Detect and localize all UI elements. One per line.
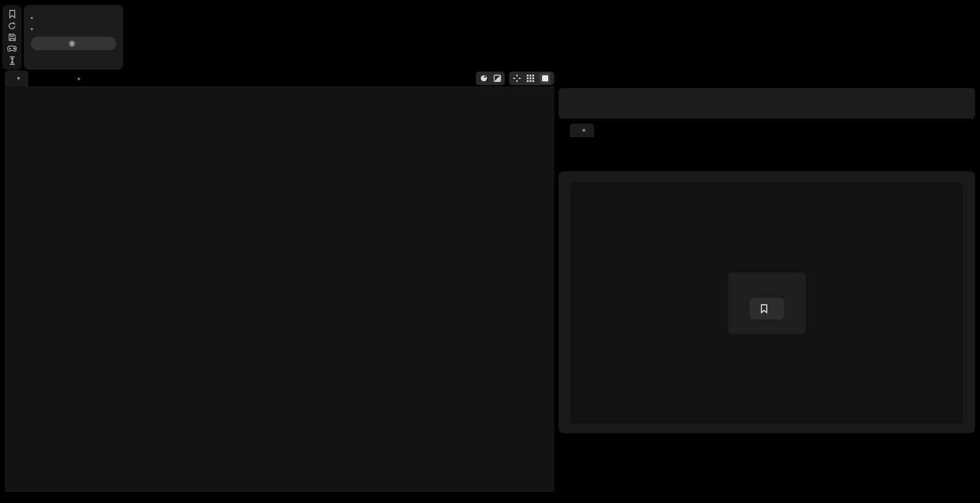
- save-icon[interactable]: [7, 32, 18, 42]
- grid-view-icons: [476, 72, 554, 85]
- app-root: • • ▾ ▾: [0, 0, 980, 503]
- grid-toolbar: ▾ ▾: [0, 70, 554, 86]
- bullet-icon: •: [31, 24, 33, 34]
- contrast-icon[interactable]: [493, 75, 501, 83]
- square-icon[interactable]: [540, 73, 551, 84]
- left-toolbar: [2, 5, 21, 70]
- overview-tab-bar: [570, 73, 975, 88]
- game-info-panel: • •: [24, 5, 123, 70]
- change-settings-button[interactable]: [31, 37, 116, 50]
- bullet-icon: •: [31, 13, 33, 23]
- filters-content: [571, 182, 963, 423]
- analysis-section: [559, 155, 975, 433]
- strategy-ev-tab[interactable]: ▾: [5, 70, 28, 86]
- bookmark-icon: [760, 304, 768, 313]
- stakes-item: •: [31, 13, 116, 23]
- grid-icon[interactable]: [526, 75, 534, 83]
- pot-info: [585, 94, 589, 113]
- gear-icon: [69, 40, 75, 47]
- dot-circle-icon[interactable]: [480, 75, 488, 83]
- filters-body: [559, 171, 975, 433]
- analysis-tab-bar: [570, 155, 975, 171]
- actions-dropdown[interactable]: ▾: [570, 124, 594, 137]
- empty-state: [728, 272, 806, 334]
- reports-flops-dropdown[interactable]: ▾: [78, 74, 81, 83]
- bookmark-icon[interactable]: [7, 9, 18, 19]
- gamepad-icon[interactable]: [7, 44, 18, 54]
- strategy-bar: [559, 141, 975, 147]
- overview-panel: ▾: [559, 73, 975, 433]
- chevron-down-icon: ▾: [78, 76, 81, 82]
- align-center-icon[interactable]: [7, 56, 18, 65]
- chevron-down-icon: ▾: [582, 127, 586, 133]
- move-icon[interactable]: [513, 75, 521, 83]
- select-postflop-button[interactable]: [750, 298, 784, 319]
- position-chips-bar: [559, 88, 975, 119]
- format-item: •: [31, 24, 116, 34]
- hand-matrix: [5, 86, 554, 492]
- reset-icon[interactable]: [7, 21, 18, 31]
- chevron-down-icon: ▾: [17, 75, 20, 81]
